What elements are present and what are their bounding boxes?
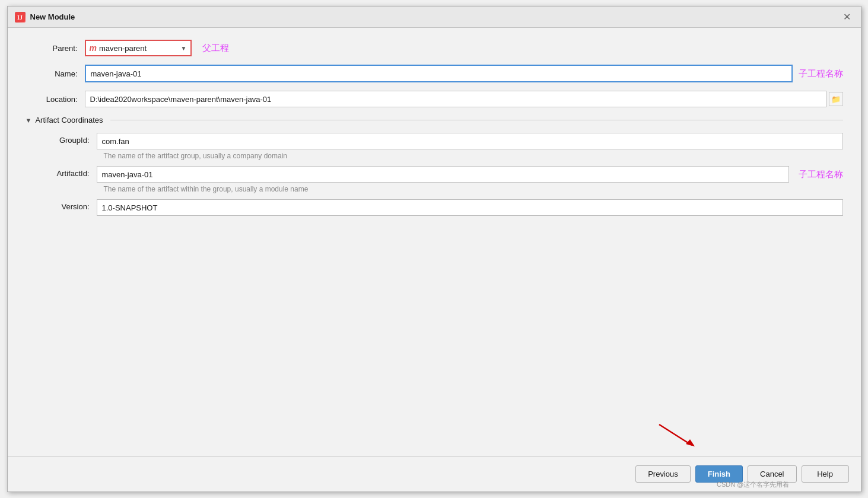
- title-bar: IJ New Module ✕: [8, 7, 861, 28]
- close-button[interactable]: ✕: [841, 11, 854, 24]
- version-label: Version:: [37, 199, 97, 211]
- groupid-hint: The name of the artifact group, usually …: [37, 152, 843, 160]
- version-input[interactable]: [97, 199, 843, 216]
- previous-button[interactable]: Previous: [635, 465, 691, 483]
- location-row-inner: 📁: [85, 91, 843, 107]
- groupid-row: GroupId:: [37, 133, 843, 149]
- parent-annotation: 父工程: [202, 43, 229, 54]
- groupid-input[interactable]: [97, 133, 843, 149]
- artifactid-row-inner: 子工程名称: [97, 166, 843, 183]
- parent-value: maven-parent: [99, 44, 179, 53]
- parent-row: Parent: m maven-parent ▼ 父工程: [26, 40, 843, 56]
- new-module-dialog: IJ New Module ✕ Parent: m maven-parent ▼…: [7, 6, 861, 492]
- name-annotation: 子工程名称: [799, 68, 843, 79]
- artifactid-annotation: 子工程名称: [799, 169, 843, 180]
- artifactid-hint: The name of the artifact within the grou…: [37, 185, 843, 193]
- artifact-section-header: ▼ Artifact Coordinates: [26, 116, 843, 124]
- dialog-title: New Module: [30, 12, 75, 21]
- section-divider: [110, 120, 843, 120]
- svg-text:IJ: IJ: [17, 14, 23, 21]
- watermark: CSDN @这个名字先用着: [717, 480, 789, 489]
- section-toggle-icon[interactable]: ▼: [26, 117, 32, 124]
- artifact-section-body: GroupId: The name of the artifact group,…: [26, 133, 843, 216]
- app-icon: IJ: [15, 12, 26, 23]
- help-button[interactable]: Help: [802, 465, 849, 483]
- location-label: Location:: [26, 95, 85, 104]
- browse-folder-button[interactable]: 📁: [829, 92, 843, 106]
- artifact-section-title: Artifact Coordinates: [35, 116, 103, 124]
- chevron-down-icon: ▼: [181, 45, 187, 52]
- title-bar-left: IJ New Module: [15, 12, 75, 23]
- maven-icon: m: [90, 43, 97, 53]
- artifactid-row: ArtifactId: 子工程名称: [37, 166, 843, 183]
- name-input[interactable]: [85, 65, 793, 82]
- name-row: Name: 子工程名称: [26, 65, 843, 82]
- dialog-body: Parent: m maven-parent ▼ 父工程 Name: 子工程名称…: [8, 28, 861, 456]
- location-row: Location: 📁: [26, 91, 843, 107]
- parent-dropdown[interactable]: m maven-parent ▼: [85, 40, 192, 56]
- name-label: Name:: [26, 69, 85, 78]
- artifactid-input[interactable]: [97, 166, 789, 183]
- parent-label: Parent:: [26, 44, 85, 53]
- location-input[interactable]: [85, 91, 826, 107]
- groupid-label: GroupId:: [37, 133, 97, 145]
- parent-container: m maven-parent ▼ 父工程: [85, 40, 229, 56]
- version-row: Version:: [37, 199, 843, 216]
- artifactid-label: ArtifactId:: [37, 166, 97, 178]
